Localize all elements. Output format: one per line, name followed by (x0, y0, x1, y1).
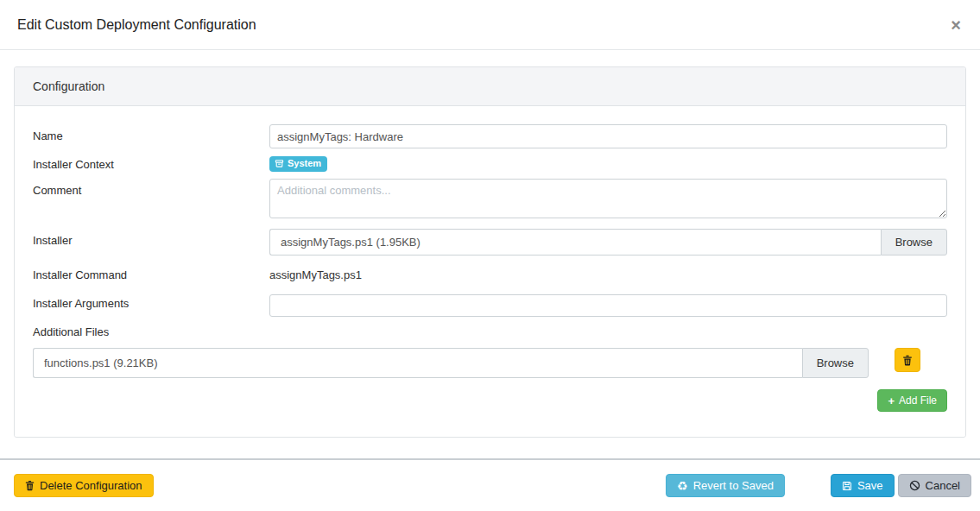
delete-configuration-button[interactable]: Delete Configuration (14, 474, 154, 497)
modal-title: Edit Custom Deployment Configuration (17, 17, 256, 33)
delete-configuration-label: Delete Configuration (40, 479, 142, 492)
name-label: Name (33, 124, 269, 142)
badge-label: System (288, 158, 321, 169)
recycle-icon: ♻ (677, 480, 688, 492)
modal-body: Configuration Name Installer Context (0, 50, 980, 458)
trash-icon (902, 355, 913, 366)
remove-file-button[interactable] (895, 348, 920, 372)
comment-textarea[interactable] (269, 179, 947, 218)
cancel-button[interactable]: Cancel (898, 474, 971, 497)
installer-command-value: assignMyTags.ps1 (269, 263, 947, 281)
save-label: Save (857, 479, 883, 492)
revert-to-saved-label: Revert to Saved (693, 479, 774, 492)
close-icon[interactable]: × (949, 16, 963, 34)
name-row: Name (33, 124, 947, 148)
system-context-badge: System (269, 156, 327, 172)
add-file-row: + Add File (33, 389, 947, 412)
comment-label: Comment (33, 179, 269, 197)
configuration-panel: Configuration Name Installer Context (14, 66, 966, 438)
comment-row: Comment (33, 179, 947, 221)
modal-footer: Delete Configuration ♻ Revert to Saved S… (0, 458, 980, 511)
save-button[interactable]: Save (831, 474, 895, 497)
additional-file-row: functions.ps1 (9.21KB) Browse (33, 348, 947, 378)
installer-file-display: assignMyTags.ps1 (1.95KB) (269, 229, 881, 256)
installer-browse-button[interactable]: Browse (881, 229, 947, 256)
system-archive-icon (275, 159, 284, 168)
installer-arguments-label: Installer Arguments (33, 292, 269, 310)
installer-command-row: Installer Command assignMyTags.ps1 (33, 263, 947, 281)
save-floppy-icon (842, 481, 852, 491)
revert-to-saved-button[interactable]: ♻ Revert to Saved (666, 474, 785, 497)
name-input[interactable] (269, 124, 947, 148)
installer-context-row: Installer Context System (33, 156, 947, 172)
installer-context-label: Installer Context (33, 158, 269, 171)
panel-body: Name Installer Context (15, 106, 965, 437)
installer-label: Installer (33, 229, 269, 247)
additional-file-browse-button[interactable]: Browse (802, 348, 869, 378)
plus-icon: + (888, 395, 895, 407)
trash-icon (25, 480, 35, 491)
additional-file-display: functions.ps1 (9.21KB) (33, 348, 802, 378)
installer-command-label: Installer Command (33, 263, 269, 281)
installer-arguments-row: Installer Arguments (33, 292, 947, 317)
installer-row: Installer assignMyTags.ps1 (1.95KB) Brow… (33, 229, 947, 256)
add-file-button[interactable]: + Add File (877, 389, 947, 412)
add-file-label: Add File (899, 394, 937, 407)
ban-icon (909, 480, 920, 491)
panel-heading: Configuration (15, 67, 965, 106)
installer-arguments-input[interactable] (269, 294, 947, 317)
edit-custom-deployment-configuration-modal: Edit Custom Deployment Configuration × C… (0, 0, 980, 511)
cancel-label: Cancel (926, 479, 960, 492)
additional-files-label: Additional Files (33, 325, 947, 338)
modal-header: Edit Custom Deployment Configuration × (0, 0, 980, 50)
